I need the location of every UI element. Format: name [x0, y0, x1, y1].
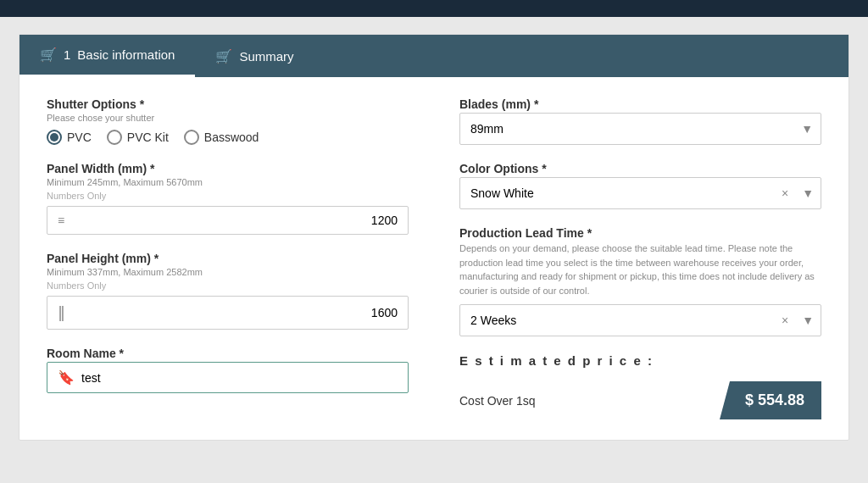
color-options-label: Color Options * [459, 162, 821, 175]
room-name-group: Room Name * 🔖 [47, 347, 409, 393]
radio-basswood[interactable]: Basswood [184, 130, 259, 145]
panel-height-label: Panel Height (mm) * [47, 252, 409, 265]
radio-pvc-kit-label: PVC Kit [127, 130, 169, 144]
cost-row: Cost Over 1sq $ 554.88 [459, 381, 821, 419]
lead-time-chevron-icon[interactable]: ▼ [795, 310, 821, 330]
cart-icon-basic: 🛒 [40, 47, 57, 63]
tab-basic-text: Basic information [77, 47, 175, 62]
color-options-group: Color Options * Snow White Antique White… [459, 162, 821, 209]
cost-value: $ 554.88 [720, 381, 821, 419]
lead-time-clear-icon[interactable]: × [775, 310, 795, 330]
color-options-wrapper: Snow White Antique White Bright White × … [459, 177, 821, 209]
color-options-select[interactable]: Snow White Antique White Bright White [460, 178, 775, 208]
blades-label: Blades (mm) * [459, 97, 821, 111]
tab-basic-label: 1 [64, 47, 70, 62]
blades-select[interactable]: 63mm 89mm 114mm [459, 113, 821, 145]
tab-summary[interactable]: 🛒 Summary [195, 35, 314, 77]
estimated-title: E s t i m a t e d p r i c e : [459, 353, 821, 368]
shutter-options-label: Shutter Options * [47, 97, 409, 111]
radio-circle-pvc-kit [107, 130, 122, 145]
lead-time-select[interactable]: 1 Week 2 Weeks 3 Weeks 4 Weeks [460, 305, 775, 336]
panel-width-input[interactable] [71, 214, 398, 227]
form-body: Shutter Options * Please chose your shut… [19, 77, 849, 440]
panel-height-icon: ‖ [58, 303, 63, 322]
right-column: Blades (mm) * 63mm 89mm 114mm ▼ Color Op… [459, 97, 821, 419]
lead-time-wrapper: 1 Week 2 Weeks 3 Weeks 4 Weeks × ▼ [459, 304, 821, 336]
panel-width-group: Panel Width (mm) * Minimum 245mm, Maximu… [47, 162, 409, 235]
panel-height-input-wrapper: ‖ [47, 296, 409, 330]
tab-summary-label: Summary [239, 49, 293, 64]
shutter-options-hint: Please chose your shutter [47, 113, 409, 123]
cart-icon-summary: 🛒 [215, 48, 232, 64]
radio-inner-pvc [50, 133, 58, 142]
tab-header: 🛒 1 Basic information 🛒 Summary [19, 35, 849, 77]
radio-pvc-kit[interactable]: PVC Kit [107, 130, 169, 145]
shutter-options-group: Shutter Options * Please chose your shut… [47, 97, 409, 145]
room-name-input-wrapper: 🔖 [47, 362, 409, 393]
panel-height-sublabel: Numbers Only [47, 280, 409, 291]
color-clear-icon[interactable]: × [775, 183, 795, 203]
bookmark-icon: 🔖 [58, 369, 75, 386]
blades-select-wrapper: 63mm 89mm 114mm ▼ [459, 113, 821, 145]
blades-group: Blades (mm) * 63mm 89mm 114mm ▼ [459, 97, 821, 145]
radio-basswood-label: Basswood [204, 130, 259, 144]
radio-pvc[interactable]: PVC [47, 130, 92, 145]
panel-width-hint: Minimum 245mm, Maximum 5670mm [47, 177, 409, 187]
panel-width-label: Panel Width (mm) * [47, 162, 409, 175]
left-column: Shutter Options * Please chose your shut… [47, 97, 409, 419]
estimated-section: E s t i m a t e d p r i c e : Cost Over … [459, 353, 821, 419]
tab-basic[interactable]: 🛒 1 Basic information [19, 35, 195, 77]
panel-height-input[interactable] [70, 306, 398, 319]
panel-width-icon: ≡ [58, 214, 64, 227]
radio-circle-pvc [47, 130, 62, 145]
radio-circle-basswood [184, 130, 199, 145]
color-chevron-icon[interactable]: ▼ [795, 183, 821, 203]
panel-height-hint: Minimum 337mm, Maximum 2582mm [47, 267, 409, 277]
top-bar [0, 0, 868, 17]
room-name-input[interactable] [81, 371, 398, 385]
lead-time-group: Production Lead Time * Depends on your d… [459, 226, 821, 336]
panel-width-sublabel: Numbers Only [47, 191, 409, 201]
shutter-radio-group: PVC PVC Kit Basswood [47, 130, 409, 145]
cost-label: Cost Over 1sq [459, 394, 535, 408]
room-name-label: Room Name * [47, 347, 409, 360]
panel-width-input-wrapper: ≡ [47, 206, 409, 235]
lead-time-hint: Depends on your demand, please choose th… [459, 242, 821, 297]
panel-height-group: Panel Height (mm) * Minimum 337mm, Maxim… [47, 252, 409, 330]
main-container: 🛒 1 Basic information 🛒 Summary Shutter … [19, 34, 849, 441]
radio-pvc-label: PVC [67, 130, 92, 144]
lead-time-label: Production Lead Time * [459, 226, 821, 240]
